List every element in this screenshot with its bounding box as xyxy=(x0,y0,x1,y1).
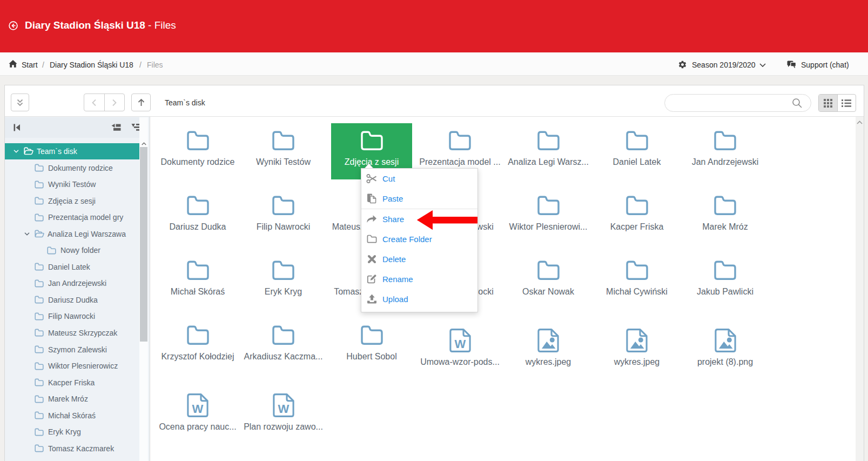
svg-text:W: W xyxy=(278,402,289,416)
svg-text:W: W xyxy=(454,337,466,351)
svg-text:W: W xyxy=(192,402,203,416)
